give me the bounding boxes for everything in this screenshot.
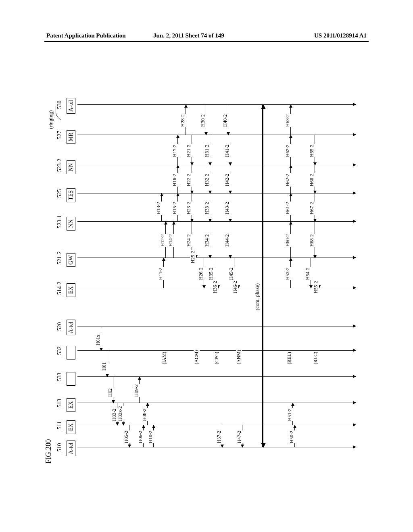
msg-label-H03-2: H03-2 — [111, 408, 117, 422]
msg-label-H37-2: H37-2 — [216, 430, 222, 444]
node-id-510: 510 — [56, 443, 63, 452]
annot-ringing: (ringing) — [48, 110, 54, 129]
proto-label-ANM: (ANM) — [236, 349, 242, 365]
msg-label-H35-2: H35-2 — [208, 267, 214, 281]
msg-label-H12-2: H12-2 — [160, 234, 166, 247]
proto-label-ACM: (ACM) — [194, 350, 200, 365]
node-box-523-2: NN — [67, 160, 75, 174]
msg-label-H32-2: H32-2 — [204, 173, 210, 187]
node-box-533 — [67, 372, 75, 386]
msg-label-H23-2: H23-2 — [186, 202, 192, 215]
msg-label-H65-2: H65-2 — [309, 144, 315, 158]
msg-label-H08-2: H08-2 — [142, 408, 148, 422]
msg-label-H41-2: H41-2 — [224, 144, 230, 158]
msg-label-H33-2: H33-2 — [204, 202, 210, 215]
msg-label-H13-2: H13-2 — [156, 202, 162, 215]
msg-label-H15-2: H15-2 — [172, 202, 178, 215]
msg-label-H24-2: H24-2 — [186, 234, 192, 247]
msg-label-H26-2: H26-2 — [198, 267, 204, 281]
msg-label-H61-2: H61-2 — [285, 202, 291, 215]
lifeline-511 — [77, 425, 356, 425]
msg-label-H63-2: H63-2 — [285, 114, 291, 127]
node-box-527: MR — [67, 130, 75, 144]
node-box-513: EX — [67, 398, 75, 412]
header-left: Patent Application Publication — [46, 32, 126, 39]
node-id-514-2: 514-2 — [56, 282, 63, 295]
lifeline-520 — [77, 326, 356, 326]
msg-label-H43-2: H43-2 — [224, 202, 230, 215]
proto-label-RLC: (RLC) — [313, 351, 319, 365]
lifeline-533 — [77, 376, 356, 377]
header-right: US 2011/0128914 A1 — [314, 32, 367, 39]
msg-label-H02: H02 — [107, 388, 113, 397]
msg-label-H06-2: H06-2 — [138, 430, 144, 444]
figure-rotated-canvas: FIG.200 (ringing) (com. phase) 510A-tel5… — [44, 69, 375, 463]
msg-label-H62-2: H62-2 — [285, 173, 291, 187]
node-id-521-2: 521-2 — [56, 251, 63, 265]
msg-label-H21-2: H21-2 — [186, 144, 192, 158]
lifeline-510 — [77, 447, 356, 447]
node-id-532: 532 — [56, 347, 63, 355]
msg-label-H09-2: H09-2 — [133, 384, 140, 397]
msg-label-H42-2: H42-2 — [224, 173, 230, 187]
com-phase-bar — [262, 105, 263, 447]
msg-label-H10-2: H10-2 — [148, 430, 154, 444]
msg-label-H47-2: H47-2 — [236, 430, 242, 444]
node-box-511: EX — [67, 420, 75, 434]
lifeline-532 — [77, 350, 356, 351]
msg-label-H55-2: H55-2 — [313, 281, 319, 294]
msg-label-H40-2: H40-2 — [222, 114, 228, 127]
msg-label-H28-2: H28-2 — [180, 114, 186, 127]
figure-wrapper: FIG.200 (ringing) (com. phase) 510A-tel5… — [44, 69, 375, 463]
node-id-520: 520 — [56, 322, 63, 331]
msg-label-H22-2: H22-2 — [186, 173, 192, 187]
node-box-510: A-tel — [67, 441, 75, 456]
msg-label-H14-2: H14-2 — [168, 234, 174, 247]
msg-label-H11-2: H11-2 — [158, 267, 164, 280]
msg-label-H05-2: H05-2 — [123, 430, 129, 444]
proto-label-REL: (REL) — [286, 351, 292, 365]
lifeline-513 — [77, 403, 356, 403]
node-id-525: 525 — [56, 189, 63, 198]
header-mid: Jun. 2, 2011 Sheet 74 of 149 — [153, 32, 224, 39]
msg-label-H16-2: H16-2 — [172, 173, 178, 187]
msg-label-H30-2: H30-2 — [200, 114, 206, 127]
node-id-527: 527 — [56, 131, 63, 139]
msg-label-H25-2: H25-2 — [190, 250, 196, 264]
node-box-514-2: EX — [67, 283, 75, 297]
node-box-530: A-tel — [67, 98, 75, 114]
node-box-523-1: NN — [67, 217, 75, 231]
node-box-520: A-tel — [67, 320, 75, 335]
proto-label-IAM: (IAM) — [161, 351, 167, 365]
node-id-511: 511 — [56, 421, 63, 429]
msg-label-H66-2: H66-2 — [309, 173, 315, 187]
node-box-525: TES — [67, 188, 75, 202]
msg-label-H54-2: H54-2 — [305, 267, 311, 281]
msg-label-H53-2: H53-2 — [285, 267, 291, 281]
msg-label-H03x-2: H03x-2 — [117, 406, 123, 422]
msg-label-H68-2: H68-2 — [309, 234, 315, 247]
msg-label-H44-2: H44-2 — [224, 234, 230, 247]
node-box-521-2: GW — [67, 253, 75, 267]
lifeline-527 — [77, 135, 356, 135]
msg-label-H01: H01 — [101, 362, 107, 371]
node-id-533: 533 — [56, 373, 63, 381]
lifeline-530 — [77, 104, 356, 105]
msg-label-H34-2: H34-2 — [204, 234, 210, 247]
node-id-530: 530 — [56, 101, 63, 109]
figure-label: FIG.200 — [44, 439, 53, 463]
msg-label-H67-2: H67-2 — [309, 202, 315, 215]
msg-label-H46-2: H46-2 — [232, 281, 238, 294]
annot-com-phase: (com. phase) — [254, 283, 261, 310]
msg-label-H31-2: H31-2 — [204, 144, 210, 158]
msg-label-H17-2: H17-2 — [172, 144, 178, 158]
node-id-513: 513 — [56, 399, 63, 407]
header-rule — [44, 41, 369, 42]
msg-label-H51-2: H51-2 — [287, 408, 293, 422]
msg-label-H36-2: H36-2 — [212, 281, 218, 294]
msg-label-H62-2: H62-2 — [285, 144, 291, 158]
msg-label-H60-2: H60-2 — [285, 234, 291, 247]
msg-label-H01x: H01x — [95, 334, 101, 346]
node-box-532 — [67, 346, 75, 360]
node-id-523-2: 523-2 — [56, 159, 63, 172]
